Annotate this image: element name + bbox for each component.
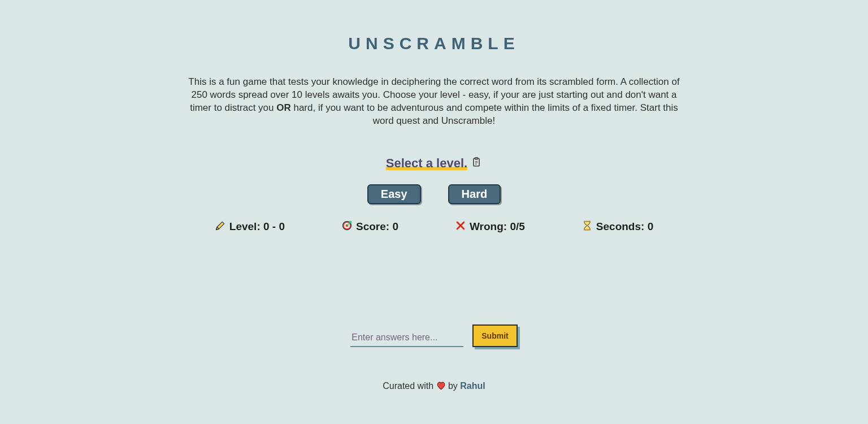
level-value: Level: 0 - 0 xyxy=(229,220,285,233)
pencil-icon xyxy=(215,220,226,234)
footer: Curated with by Rahul xyxy=(185,381,683,391)
cross-icon xyxy=(455,220,466,234)
select-level-row: Select a level. xyxy=(386,156,482,171)
wrong-value: Wrong: 0/5 xyxy=(470,220,525,233)
easy-button[interactable]: Easy xyxy=(367,184,421,204)
seconds-value: Seconds: 0 xyxy=(596,220,653,233)
author-link[interactable]: Rahul xyxy=(460,381,485,391)
svg-rect-1 xyxy=(475,157,478,159)
seconds-stat: Seconds: 0 xyxy=(581,220,653,234)
score-stat: Score: 0 xyxy=(341,220,398,234)
footer-by: by xyxy=(448,381,460,391)
level-stat: Level: 0 - 0 xyxy=(215,220,285,234)
footer-prefix: Curated with xyxy=(383,381,436,391)
answer-row: Submit xyxy=(185,325,683,347)
hard-button[interactable]: Hard xyxy=(448,184,501,204)
intro-part2: hard, if you want to be adventurous and … xyxy=(291,102,678,126)
clipboard-icon xyxy=(471,157,482,170)
submit-button[interactable]: Submit xyxy=(472,325,517,347)
level-buttons: Easy Hard xyxy=(185,184,683,204)
target-icon xyxy=(341,220,353,234)
intro-text: This is a fun game that tests your knowl… xyxy=(185,76,683,128)
score-value: Score: 0 xyxy=(356,220,398,233)
stats-row: Level: 0 - 0 Score: 0 xyxy=(185,220,683,234)
page-title: UNSCRAMBLE xyxy=(185,34,683,53)
answer-input[interactable] xyxy=(350,329,463,347)
svg-rect-10 xyxy=(584,229,591,230)
hourglass-icon xyxy=(581,220,593,234)
select-level-label: Select a level. xyxy=(386,156,467,171)
intro-bold: OR xyxy=(276,102,291,113)
wrong-stat: Wrong: 0/5 xyxy=(455,220,525,234)
svg-rect-9 xyxy=(584,220,591,222)
heart-icon xyxy=(436,381,448,391)
